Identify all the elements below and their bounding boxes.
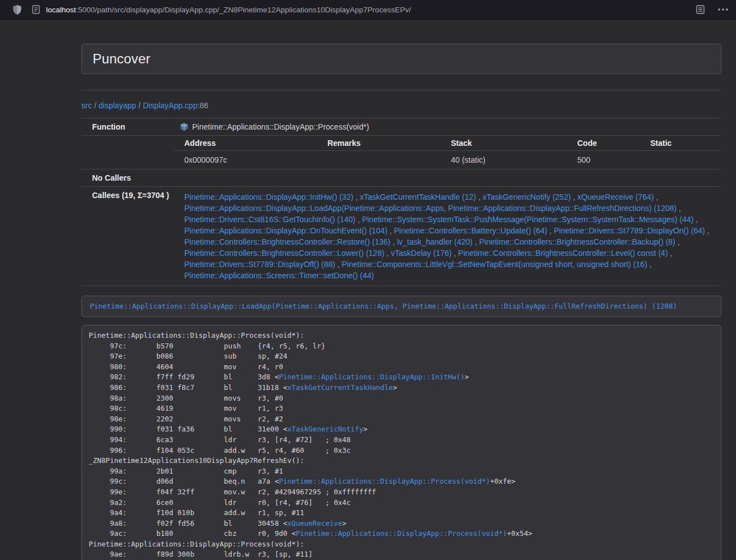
breadcrumb-displayapp[interactable]: displayapp (99, 101, 136, 110)
callee-link[interactable]: Pinetime::Controllers::BrightnessControl… (458, 249, 668, 258)
breadcrumb-file[interactable]: DisplayApp.cpp (143, 101, 197, 110)
table-row: Address Remarks Stack Code Static 0x0000… (81, 136, 721, 169)
callee-separator: , (647, 260, 652, 269)
symbol-link[interactable]: Pinetime::Applications::DisplayApp::Init… (279, 373, 465, 381)
callee-separator: , (476, 192, 483, 201)
callee-separator: , (390, 237, 397, 246)
callee-link[interactable]: Pinetime::Applications::DisplayApp::Load… (184, 204, 676, 213)
symbol-link[interactable]: Pinetime::Applications::DisplayApp::Proc… (279, 477, 490, 485)
symbol-link[interactable]: xTaskGetCurrentTaskHandle (287, 383, 393, 392)
callee-link[interactable]: Pinetime::Applications::Screens::Timer::… (184, 271, 374, 280)
symbol-link[interactable]: Pinetime::Applications::DisplayApp::Proc… (296, 529, 507, 538)
remarks-value (317, 151, 440, 169)
callee-separator: , (693, 215, 698, 224)
callee-link[interactable]: Pinetime::Controllers::BrightnessControl… (184, 249, 384, 258)
method-cube-icon (180, 122, 189, 131)
callee-link[interactable]: Pinetime::Controllers::Battery::Update()… (394, 226, 547, 235)
breadcrumb-line-number: :86 (198, 101, 208, 110)
function-name: Pinetime::Applications::DisplayApp::Proc… (192, 122, 369, 131)
table-row: Callees (19, Σ=3704 ) Pinetime::Applicat… (81, 187, 721, 286)
column-header-address: Address (173, 136, 317, 151)
breadcrumb-separator: / (94, 101, 97, 110)
callee-link[interactable]: xTaskGetCurrentTaskHandle (12) (360, 192, 476, 201)
callee-separator: , (654, 192, 659, 201)
column-header-code: Code (566, 136, 639, 151)
function-row-label: Function (81, 118, 173, 136)
table-row: Function Pinetime::Applications::Display… (81, 118, 721, 136)
callee-separator: , (385, 249, 391, 258)
tracking-shield-icon[interactable] (12, 4, 22, 15)
url-path: :5000/path/src/displayapp/DisplayApp.cpp… (76, 6, 411, 14)
callee-link[interactable]: Pinetime::System::SystemTask::PushMessag… (362, 215, 694, 224)
callee-link[interactable]: Pinetime::Drivers::St7789::DisplayOff() … (184, 260, 335, 269)
no-callers-label: No Callers (81, 169, 173, 187)
callee-link[interactable]: Pinetime::Drivers::St7789::DisplayOn() (… (554, 226, 705, 235)
page-container: Puncover src/displayapp/DisplayApp.cpp:8… (81, 44, 721, 560)
callee-separator: , (355, 215, 362, 224)
callee-link[interactable]: lv_task_handler (420) (397, 237, 473, 246)
callee-separator: , (675, 237, 680, 246)
empty-row-label (81, 136, 173, 169)
symbol-link[interactable]: xQueueReceive (287, 519, 342, 527)
breadcrumb: src/displayapp/DisplayApp.cpp:86 (81, 100, 721, 111)
callee-separator: , (387, 226, 394, 235)
chrome-actions (696, 5, 728, 14)
stats-table: Address Remarks Stack Code Static 0x0000… (173, 136, 721, 169)
app-header: Puncover (81, 44, 721, 74)
disassembly-code: Pinetime::Applications::DisplayApp::Proc… (81, 325, 721, 560)
reader-view-icon[interactable] (696, 5, 705, 14)
column-header-static: Static (639, 136, 721, 151)
code-value: 500 (566, 151, 639, 169)
callee-link[interactable]: xQueueReceive (764) (578, 192, 654, 201)
browser-chrome: localhost:5000/path/src/displayapp/Displ… (0, 0, 736, 20)
table-row: No Callers (81, 169, 721, 187)
callee-link[interactable]: Pinetime::Applications::DisplayApp::OnTo… (184, 226, 387, 235)
overflow-menu-icon[interactable] (718, 8, 728, 11)
table-row: 0x0000097c 40 (static) 500 (173, 151, 721, 169)
function-cell: Pinetime::Applications::DisplayApp::Proc… (173, 118, 721, 136)
static-value (639, 151, 721, 169)
callee-separator: , (571, 192, 578, 201)
callee-separator: , (451, 249, 458, 258)
symbol-link[interactable]: xTaskGenericNotify (287, 425, 363, 433)
callee-separator: , (705, 226, 710, 235)
callee-link[interactable]: Pinetime::Applications::DisplayApp::Init… (184, 192, 353, 201)
callee-separator: , (676, 204, 681, 213)
function-info-table: Function Pinetime::Applications::Display… (81, 118, 721, 286)
callee-separator: , (353, 192, 360, 201)
page-title: Puncover (93, 51, 710, 67)
breadcrumb-src[interactable]: src (81, 101, 92, 110)
callee-link[interactable]: Pinetime::Components::LittleVgl::SetNewT… (342, 260, 647, 269)
address-value: 0x0000097c (173, 151, 317, 169)
callee-link[interactable]: Pinetime::Controllers::BrightnessControl… (184, 237, 390, 246)
no-callers-cell (173, 169, 721, 187)
callee-separator: , (668, 249, 673, 258)
callee-separator: , (547, 226, 554, 235)
page-icon (32, 5, 40, 14)
column-header-stack: Stack (440, 136, 566, 151)
callee-link[interactable]: vTaskDelay (176) (391, 249, 451, 258)
stack-value: 40 (static) (440, 151, 566, 169)
callee-separator: , (473, 237, 479, 246)
selected-symbol-link[interactable]: Pinetime::Applications::DisplayApp::Load… (90, 302, 677, 310)
callees-label: Callees (19, Σ=3704 ) (81, 187, 173, 286)
url-bar[interactable]: localhost:5000/path/src/displayapp/Displ… (46, 6, 685, 14)
callee-link[interactable]: xTaskGenericNotify (252) (483, 192, 571, 201)
divider (81, 90, 721, 90)
stats-table-cell: Address Remarks Stack Code Static 0x0000… (173, 136, 721, 169)
breadcrumb-separator: / (139, 101, 141, 110)
selected-symbol-panel: Pinetime::Applications::DisplayApp::Load… (81, 296, 721, 317)
callees-list: Pinetime::Applications::DisplayApp::Init… (173, 187, 721, 286)
callee-link[interactable]: Pinetime::Controllers::BrightnessControl… (479, 237, 675, 246)
callee-separator: , (335, 260, 342, 269)
column-header-remarks: Remarks (317, 136, 440, 151)
table-header-row: Address Remarks Stack Code Static (173, 136, 721, 151)
callee-link[interactable]: Pinetime::Drivers::Cst816S::GetTouchInfo… (184, 215, 355, 224)
url-host: localhost (46, 6, 76, 14)
